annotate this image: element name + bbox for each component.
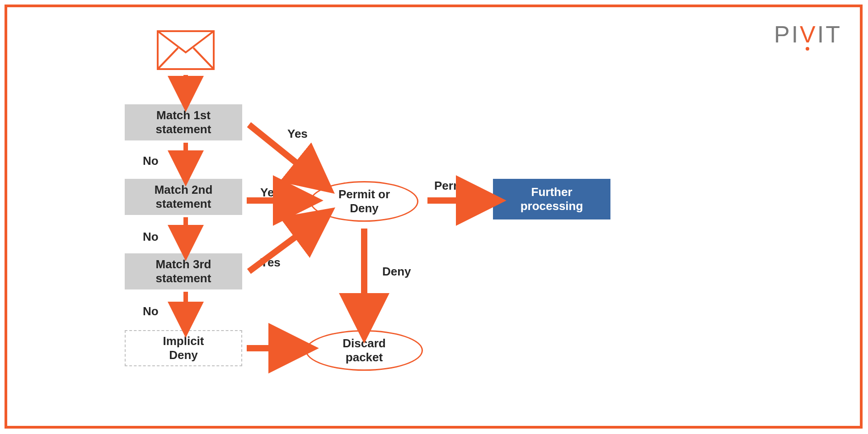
arrow-match3-yes [249, 219, 319, 271]
label-yes-3: Yes [260, 256, 281, 270]
node-discard-packet: Discardpacket [305, 330, 423, 371]
diagram-frame: P I V I T Match 1ststatement Match 2ndst… [5, 5, 863, 429]
arrow-match1-yes [249, 125, 319, 181]
logo-letter-i2: I [817, 21, 826, 48]
node-permit-or-deny-label: Permit orDeny [338, 187, 390, 215]
logo-dot-icon [806, 47, 809, 51]
label-yes-1: Yes [287, 127, 308, 141]
node-implicit-deny-label: ImplicitDeny [163, 334, 204, 362]
logo-letter-t: T [826, 21, 842, 48]
logo-letter-p: P [774, 21, 792, 48]
logo-letter-i1: I [792, 21, 800, 48]
node-match-2nd-label: Match 2ndstatement [155, 183, 213, 211]
node-match-2nd: Match 2ndstatement [125, 179, 242, 215]
envelope-icon [156, 30, 215, 70]
node-match-1st-label: Match 1ststatement [156, 108, 211, 136]
diagram-canvas: P I V I T Match 1ststatement Match 2ndst… [7, 7, 860, 426]
label-deny: Deny [382, 265, 411, 279]
node-further-processing: Furtherprocessing [493, 179, 610, 219]
logo-letter-v-wrap: V [800, 21, 817, 48]
node-discard-packet-label: Discardpacket [343, 336, 385, 364]
label-yes-2: Yes [260, 186, 281, 200]
node-further-processing-label: Furtherprocessing [521, 185, 583, 213]
arrows-layer [7, 7, 865, 431]
label-permit: Permit [434, 179, 471, 193]
label-no-2: No [143, 230, 159, 244]
node-permit-or-deny: Permit orDeny [310, 181, 418, 222]
node-match-3rd-label: Match 3rdstatement [156, 257, 211, 285]
node-match-3rd: Match 3rdstatement [125, 253, 242, 289]
label-no-1: No [143, 154, 159, 168]
logo-letter-v: V [800, 21, 817, 47]
node-match-1st: Match 1ststatement [125, 104, 242, 140]
label-no-3: No [143, 304, 159, 318]
node-implicit-deny: ImplicitDeny [125, 330, 242, 366]
brand-logo: P I V I T [774, 21, 842, 48]
